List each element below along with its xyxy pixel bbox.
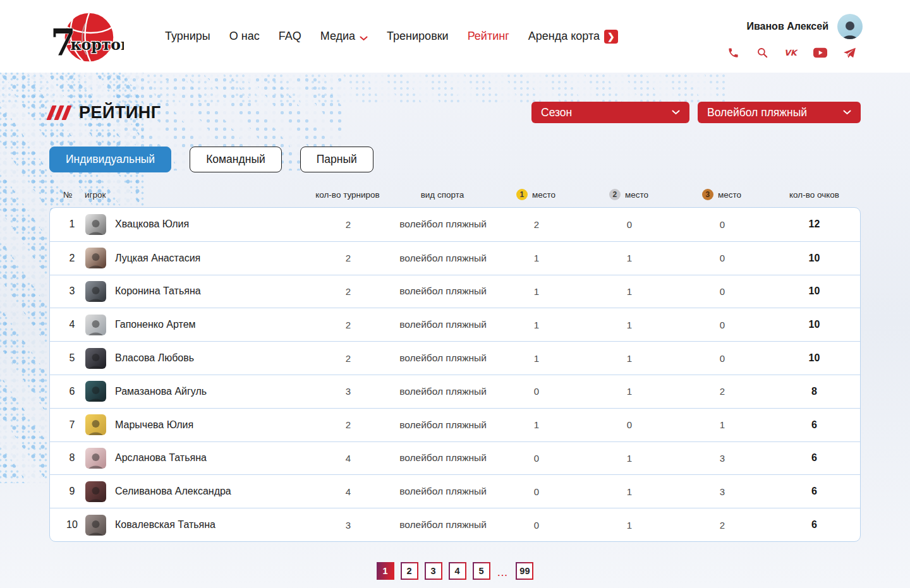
tournaments-count: 2 [301,320,396,330]
tournaments-count: 4 [301,486,396,497]
player-name: Рамазанова Айгуль [115,386,207,397]
sport-select[interactable]: Волейбол пляжный [698,102,861,123]
table-row[interactable]: 10 Ковалевская Татьяна 3 волейбол пляжны… [50,508,860,541]
nav-media[interactable]: Медиа [320,29,368,44]
page-button-5[interactable]: 5 [473,562,490,580]
nav-trainings[interactable]: Тренировки [387,30,449,43]
place1-count: 1 [490,320,583,330]
nav-tournaments[interactable]: Турниры [165,30,210,43]
player-cell: Арсланова Татьяна [85,448,301,469]
player-cell: Гапоненко Артем [85,315,301,335]
player-avatar [85,448,106,469]
tournaments-count: 2 [301,219,396,230]
nav-court-rent[interactable]: Аренда корта ❯ [528,30,618,44]
points-total: 6 [768,452,860,464]
place2-count: 1 [583,453,676,464]
tab-team[interactable]: Командный [190,147,282,172]
sport-type: волейбол пляжный [396,486,490,497]
place3-count: 1 [676,419,768,430]
place1-count: 1 [490,419,583,430]
row-number: 7 [50,419,85,431]
row-number: 4 [50,319,85,330]
page-button-2[interactable]: 2 [401,562,418,580]
points-total: 6 [768,419,860,431]
table-row[interactable]: 8 Арсланова Татьяна 4 волейбол пляжный 0… [50,441,860,475]
tournaments-count: 3 [301,386,396,397]
place1-count: 1 [490,286,583,297]
table-row[interactable]: 4 Гапоненко Артем 2 волейбол пляжный 1 1… [50,308,860,341]
player-cell: Рамазанова Айгуль [85,381,301,402]
gold-medal-icon: 1 [516,189,528,200]
site-logo[interactable]: 7 кортов [49,8,124,66]
points-total: 6 [768,486,860,497]
chevron-down-icon [672,110,680,115]
silver-medal-icon: 2 [609,189,621,200]
player-avatar [85,315,106,335]
points-total: 10 [768,319,860,330]
place2-count: 1 [583,486,676,497]
telegram-icon[interactable] [842,47,856,59]
user-avatar[interactable] [837,14,863,39]
main-nav: Турниры О нас FAQ Медиа Тренировки Рейти… [165,29,618,44]
nav-about[interactable]: О нас [229,30,260,43]
player-cell: Ковалевская Татьяна [85,515,301,536]
user-name[interactable]: Иванов Алексей [746,21,828,32]
nav-rating[interactable]: Рейтинг [468,30,509,43]
player-avatar [85,414,106,435]
tab-pairs[interactable]: Парный [300,147,373,172]
place2-count: 1 [583,286,676,297]
col-header-place2: 2 место [582,189,676,200]
points-total: 6 [768,519,860,531]
page-button-4[interactable]: 4 [449,562,466,580]
logo-word: кортов [70,35,124,53]
rating-tabs: Индивидуальный Командный Парный [49,147,861,172]
phone-icon[interactable] [726,47,740,59]
table-row[interactable]: 3 Коронина Татьяна 2 волейбол пляжный 1 … [50,275,860,308]
table-row[interactable]: 6 Рамазанова Айгуль 3 волейбол пляжный 0… [50,375,860,408]
sport-type: волейбол пляжный [396,219,490,230]
place2-count: 1 [583,320,676,330]
player-name: Ковалевская Татьяна [115,519,215,531]
social-icons: VK [726,47,863,59]
nav-faq[interactable]: FAQ [279,30,301,43]
row-number: 6 [50,386,85,397]
sport-type: волейбол пляжный [396,519,490,531]
col-header-place1: 1 место [490,189,582,200]
place1-count: 0 [490,520,583,531]
page-title: РЕЙТИНГ [49,103,161,123]
page-button-last[interactable]: 99 [516,562,533,580]
season-select[interactable]: Сезон [531,102,689,123]
sport-type: волейбол пляжный [396,452,490,464]
player-name: Коронина Татьяна [115,285,201,297]
row-number: 3 [50,285,85,297]
tab-individual[interactable]: Индивидуальный [49,147,171,172]
player-cell: Коронина Татьяна [85,281,301,302]
player-avatar [85,348,106,369]
place2-count: 1 [583,253,676,263]
table-row[interactable]: 1 Хвацкова Юлия 2 волейбол пляжный 2 0 0… [50,208,860,241]
table-row[interactable]: 2 Луцкая Анастасия 2 волейбол пляжный 1 … [50,241,860,275]
user-block: Иванов Алексей VK [726,14,863,59]
svg-text:VK: VK [784,48,798,57]
table-row[interactable]: 5 Власова Любовь 2 волейбол пляжный 1 1 … [50,341,860,375]
player-avatar [85,481,106,502]
chevron-down-icon [843,110,851,115]
sport-type: волейбол пляжный [396,285,490,297]
place1-count: 1 [490,253,583,263]
pagination-ellipsis: ... [498,568,509,578]
sport-type: волейбол пляжный [396,386,490,397]
player-name: Марычева Юлия [115,419,193,431]
table-row[interactable]: 7 Марычева Юлия 2 волейбол пляжный 1 0 1… [50,408,860,441]
search-icon[interactable] [755,47,769,59]
row-number: 1 [50,219,85,230]
vk-icon[interactable]: VK [784,47,798,59]
bronze-medal-icon: 3 [702,189,713,200]
points-total: 8 [768,386,860,397]
table-row[interactable]: 9 Селиванова Александра 4 волейбол пляжн… [50,474,860,508]
page-button-1[interactable]: 1 [377,562,394,580]
place2-count: 1 [583,520,676,531]
player-name: Гапоненко Артем [115,319,196,330]
page-button-3[interactable]: 3 [425,562,442,580]
place2-count: 1 [583,353,676,364]
youtube-icon[interactable] [813,47,827,59]
